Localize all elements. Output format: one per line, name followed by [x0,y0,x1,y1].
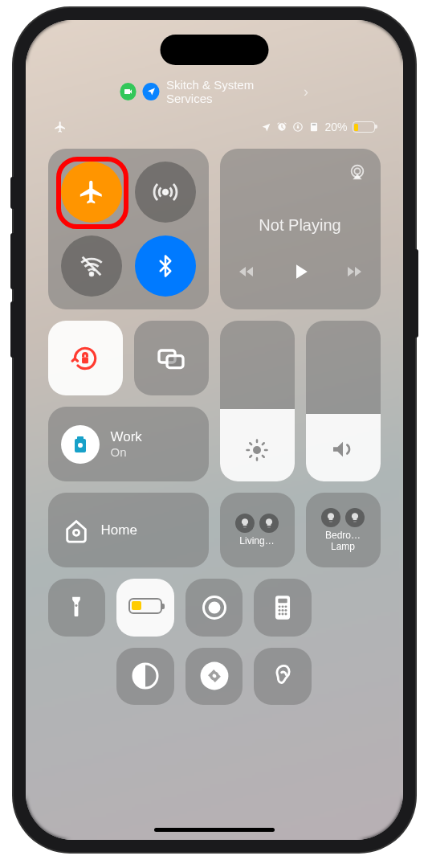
orientation-lock-button[interactable] [48,321,123,395]
volume-icon [330,436,356,462]
battery-low-power-icon [128,598,162,617]
orientation-lock-icon [70,343,100,374]
svg-point-36 [279,612,281,615]
accessory-2-label-1: Bedro… [325,530,361,541]
empty-slot [323,579,381,637]
mute-switch [10,177,15,209]
airplane-mode-button[interactable] [61,162,122,223]
home-label: Home [101,522,137,538]
location-indicator-icon [143,83,160,100]
svg-point-27 [210,603,219,612]
svg-point-4 [163,190,168,194]
media-tile[interactable]: Not Playing [220,149,381,309]
privacy-indicator-pill[interactable]: Skitch & System Services › [120,78,308,105]
shortcuts-status-icon [308,121,320,133]
dark-mode-button[interactable] [116,648,174,706]
play-button[interactable] [288,260,312,284]
orientation-lock-status-icon [292,121,304,133]
dynamic-island [160,35,268,65]
screen-record-button[interactable] [185,579,243,637]
bulb-icon [259,514,279,533]
bulb-icon [235,514,255,533]
brightness-slider[interactable] [220,321,295,481]
svg-point-14 [78,443,83,448]
calculator-icon [271,594,294,621]
svg-line-22 [250,456,251,457]
svg-point-34 [282,609,284,612]
hearing-button[interactable] [254,648,312,706]
rewind-button[interactable] [237,262,256,281]
brightness-icon [245,438,269,462]
shazam-button[interactable] [185,648,243,706]
svg-point-40 [200,662,228,690]
svg-point-30 [279,605,281,608]
volume-down [10,301,15,358]
screen-mirroring-icon [155,342,187,375]
home-indicator[interactable] [154,828,275,832]
flashlight-icon [64,594,88,621]
shazam-icon [199,661,230,691]
dark-mode-icon [131,661,160,690]
wifi-button[interactable] [61,235,122,297]
svg-line-20 [250,443,251,444]
svg-point-24 [73,530,79,535]
focus-work-icon [61,425,100,464]
home-accessory-2[interactable]: Bedro… Lamp [306,493,381,567]
focus-name: Work [111,428,142,445]
battery-icon [353,121,375,133]
connectivity-tile[interactable] [48,149,209,309]
svg-point-31 [282,605,284,608]
battery-percent: 20% [324,121,347,133]
low-power-mode-button[interactable] [116,579,174,637]
svg-point-32 [285,605,287,608]
ear-icon [269,662,296,690]
screen: Skitch & System Services › 20 [26,20,403,840]
airplay-icon[interactable] [349,163,366,181]
side-button [414,249,418,338]
bulb-icon [321,508,340,527]
svg-point-5 [90,272,93,276]
cellular-data-button[interactable] [135,162,196,223]
volume-slider[interactable] [306,321,381,481]
home-button[interactable]: Home [48,493,209,567]
screen-mirroring-button[interactable] [134,321,209,395]
bluetooth-icon [153,254,177,278]
record-icon [200,593,229,622]
bluetooth-button[interactable] [135,235,196,297]
svg-point-35 [285,609,287,612]
focus-button[interactable]: Work On [48,407,209,481]
svg-rect-1 [297,126,299,128]
chevron-right-icon: › [304,84,308,100]
accessory-2-label-2: Lamp [325,542,361,552]
svg-rect-3 [312,125,316,125]
calculator-button[interactable] [254,579,312,637]
cellular-icon [152,178,179,206]
home-icon [63,517,90,544]
airplane-status-icon [54,121,67,133]
location-status-icon [261,122,271,133]
alarm-status-icon [276,121,287,133]
iphone-frame: Skitch & System Services › 20 [14,8,415,852]
media-title: Not Playing [234,216,366,235]
status-bar: 20% [26,121,403,133]
svg-point-37 [282,612,284,615]
camera-indicator-icon [120,83,137,100]
forward-button[interactable] [344,262,364,281]
svg-rect-11 [167,355,183,367]
accessory-1-label: Living… [239,536,274,547]
svg-point-15 [253,446,261,454]
wifi-off-icon [78,252,105,280]
empty-slot [323,648,381,706]
flashlight-button[interactable] [48,579,106,637]
focus-state: On [111,445,142,461]
svg-line-21 [263,456,264,457]
svg-point-38 [285,612,287,615]
home-accessory-1[interactable]: Living… [220,493,295,567]
bulb-icon [345,508,365,527]
airplane-icon [78,178,105,206]
privacy-apps-label: Skitch & System Services [166,78,297,105]
svg-point-25 [75,604,78,607]
volume-up [10,233,15,289]
svg-line-23 [263,443,264,444]
svg-point-33 [279,609,281,612]
